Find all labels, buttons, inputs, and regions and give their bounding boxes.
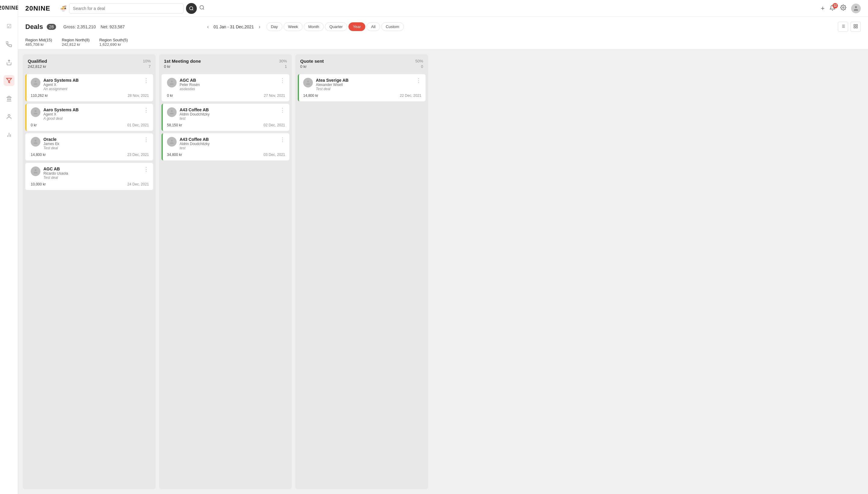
deal-date: 27 Nov, 2021: [264, 94, 285, 98]
next-date-button[interactable]: ›: [257, 23, 261, 31]
deal-agent: Agent X: [43, 83, 140, 87]
svg-point-30: [35, 140, 37, 141]
add-button[interactable]: +: [821, 4, 825, 12]
deal-card-header: A43 Coffee AB Aldrin Doudchitzky test ⋮: [167, 137, 285, 150]
deal-menu-button[interactable]: ⋮: [143, 137, 149, 142]
deal-card[interactable]: Aaro Systems AB Agent X An assignment ⋮ …: [25, 74, 153, 101]
notification-badge: 12: [832, 3, 838, 8]
navbar-actions: + 12: [821, 4, 861, 13]
top-navbar: 20NINE 🍜 + 12: [18, 0, 868, 17]
kanban-column-2: Quote sent 50% 0 kr 0 Atea Sverige AB Al…: [295, 54, 428, 489]
sidebar-item-contact[interactable]: [4, 111, 15, 122]
filter-custom[interactable]: Custom: [381, 22, 404, 31]
svg-point-16: [843, 7, 844, 8]
deal-card-header: Aaro Systems AB Agent X A good deal ⋮: [31, 107, 149, 121]
deal-amount: 10,000 kr: [31, 182, 46, 186]
column-percent: 50%: [415, 59, 423, 63]
sidebar-item-bank[interactable]: [4, 93, 15, 104]
deal-card[interactable]: Oracle James Ek Test deal ⋮ 14,800 kr 23…: [25, 133, 153, 160]
user-avatar[interactable]: [851, 4, 861, 13]
deal-card[interactable]: A43 Coffee AB Aldrin Doudchitzky test ⋮ …: [161, 104, 289, 131]
svg-point-32: [171, 80, 173, 82]
svg-point-29: [35, 110, 37, 112]
deal-card-header: A43 Coffee AB Aldrin Doudchitzky test ⋮: [167, 107, 285, 121]
search-button[interactable]: [186, 3, 197, 14]
sidebar-item-phone[interactable]: [4, 39, 15, 50]
deal-avatar: [167, 137, 177, 147]
column-amount: 0 kr: [164, 64, 171, 69]
deal-card[interactable]: AGC AB Ricardo Usaola Test deal ⋮ 10,000…: [25, 163, 153, 190]
deal-date: 03 Dec, 2021: [264, 153, 285, 157]
deal-agent: Ricardo Usaola: [43, 171, 140, 175]
deal-menu-button[interactable]: ⋮: [280, 78, 285, 83]
svg-marker-7: [7, 96, 11, 97]
svg-marker-1: [6, 78, 12, 83]
deal-menu-button[interactable]: ⋮: [416, 78, 421, 83]
svg-point-35: [307, 80, 309, 82]
notifications-button[interactable]: 12: [829, 5, 835, 12]
deal-info: AGC AB Ricardo Usaola Test deal: [43, 167, 140, 180]
sidebar-item-share[interactable]: [4, 57, 15, 68]
deal-card-header: AGC AB Ricardo Usaola Test deal ⋮: [31, 167, 149, 180]
deal-card[interactable]: A43 Coffee AB Aldrin Doudchitzky test ⋮ …: [161, 133, 289, 160]
deal-avatar: [31, 78, 40, 88]
deal-description: test: [180, 146, 277, 150]
deal-menu-button[interactable]: ⋮: [280, 137, 285, 142]
filter-month[interactable]: Month: [304, 22, 324, 31]
deal-card-header: AGC AB Peter Rosén asdasdas ⋮: [167, 78, 285, 91]
deal-amount: 58,150 kr: [167, 123, 182, 127]
kanban-column-1: 1st Meeting done 30% 0 kr 1 AGC AB Peter…: [159, 54, 292, 489]
svg-rect-26: [854, 26, 855, 28]
deal-avatar: [167, 78, 177, 88]
prev-date-button[interactable]: ‹: [206, 23, 210, 31]
deal-company: Oracle: [43, 137, 140, 142]
filter-all[interactable]: All: [367, 22, 380, 31]
column-percent: 10%: [143, 59, 151, 63]
deal-card[interactable]: Aaro Systems AB Agent X A good deal ⋮ 0 …: [25, 104, 153, 131]
deal-card[interactable]: AGC AB Peter Rosén asdasdas ⋮ 0 kr 27 No…: [161, 74, 289, 101]
zoom-search-icon[interactable]: [199, 5, 205, 12]
deal-avatar: [303, 78, 313, 88]
deal-agent: James Ek: [43, 142, 140, 146]
column-cards: AGC AB Peter Rosén asdasdas ⋮ 0 kr 27 No…: [159, 72, 292, 489]
date-filters: Day Week Month Quarter Year All Custom: [267, 22, 404, 31]
sidebar-item-filter[interactable]: [4, 75, 15, 86]
column-title: 1st Meeting done: [164, 58, 201, 64]
view-toggle: [838, 22, 861, 32]
sidebar-item-tasks[interactable]: ☑: [4, 21, 15, 32]
deal-description: asdasdas: [180, 87, 277, 91]
page-title: Deals: [25, 23, 43, 31]
deal-info: A43 Coffee AB Aldrin Doudchitzky test: [180, 107, 277, 121]
deal-menu-button[interactable]: ⋮: [143, 167, 149, 172]
column-percent: 30%: [279, 59, 287, 63]
deal-card[interactable]: Atea Sverige AB Alexander Wisell Test de…: [298, 74, 426, 101]
deal-footer: 0 kr 27 Nov, 2021: [167, 94, 285, 98]
kanban-view-button[interactable]: [850, 22, 861, 32]
filter-week[interactable]: Week: [283, 22, 302, 31]
page-stats: Gross: 2,351,210 Net: 923,587: [63, 24, 125, 29]
deal-company: AGC AB: [43, 167, 140, 171]
svg-point-14: [200, 5, 203, 9]
deal-agent: Alexander Wisell: [316, 83, 413, 87]
list-view-button[interactable]: [838, 22, 848, 32]
deal-amount: 14,800 kr: [303, 94, 318, 98]
svg-point-34: [171, 140, 173, 141]
deal-menu-button[interactable]: ⋮: [280, 107, 285, 113]
filter-year[interactable]: Year: [349, 22, 365, 31]
column-count: 0: [421, 64, 423, 69]
deal-company: A43 Coffee AB: [180, 107, 277, 112]
page-title-container: Deals 28: [25, 23, 56, 31]
settings-icon[interactable]: [840, 4, 846, 12]
sidebar-item-reports[interactable]: [4, 129, 15, 140]
deal-agent: Peter Rosén: [180, 83, 277, 87]
deal-footer: 0 kr 01 Dec, 2021: [31, 123, 149, 127]
deal-description: Test deal: [43, 146, 140, 150]
page-content: Deals 28 Gross: 2,351,210 Net: 923,587 ‹…: [18, 17, 868, 494]
deal-menu-button[interactable]: ⋮: [143, 78, 149, 83]
deal-menu-button[interactable]: ⋮: [143, 107, 149, 113]
search-input[interactable]: [69, 3, 183, 14]
column-title: Qualified: [28, 58, 47, 64]
column-cards: Aaro Systems AB Agent X An assignment ⋮ …: [23, 72, 156, 489]
filter-day[interactable]: Day: [267, 22, 282, 31]
filter-quarter[interactable]: Quarter: [325, 22, 347, 31]
